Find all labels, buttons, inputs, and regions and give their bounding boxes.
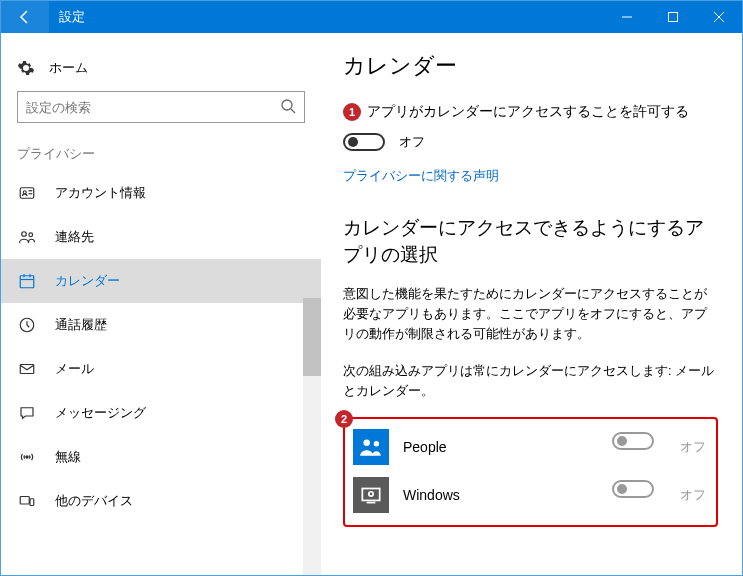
calendar-icon <box>17 271 37 291</box>
sidebar-item-messaging[interactable]: メッセージング <box>1 391 321 435</box>
svg-point-22 <box>369 492 373 496</box>
titlebar: 設定 <box>1 1 742 33</box>
app-toggle-state: オフ <box>680 486 708 504</box>
sidebar-item-account[interactable]: アカウント情報 <box>1 171 321 215</box>
svg-rect-1 <box>669 13 678 22</box>
mail-icon <box>17 359 37 379</box>
svg-rect-15 <box>20 365 34 374</box>
sidebar-item-email[interactable]: メール <box>1 347 321 391</box>
app-row-people: People オフ <box>353 423 708 471</box>
toggle-track <box>343 133 385 151</box>
svg-point-9 <box>29 233 33 237</box>
svg-rect-4 <box>20 188 34 199</box>
back-button[interactable] <box>1 1 49 33</box>
sidebar-section-label: プライバシー <box>1 137 321 171</box>
sidebar-item-label: カレンダー <box>55 272 120 290</box>
sidebar-item-label: 無線 <box>55 448 81 466</box>
devices-icon <box>17 491 37 511</box>
window-controls <box>604 1 742 33</box>
settings-window: 設定 ホーム プライバシー <box>0 0 743 576</box>
close-button[interactable] <box>696 1 742 33</box>
app-row-windows: Windows オフ <box>353 471 708 519</box>
allow-apps-heading: 1 アプリがカレンダーにアクセスすることを許可する <box>343 103 718 121</box>
app-toggle-windows[interactable] <box>612 480 668 498</box>
people-app-icon <box>353 429 389 465</box>
privacy-statement-link[interactable]: プライバシーに関する声明 <box>343 167 499 185</box>
app-toggle-state: オフ <box>680 438 708 456</box>
sidebar-item-callhistory[interactable]: 通話履歴 <box>1 303 321 347</box>
window-body: ホーム プライバシー アカウント情報 連絡先 カレンダー <box>1 33 742 575</box>
svg-point-19 <box>363 439 370 446</box>
svg-point-20 <box>374 441 379 446</box>
choose-apps-desc2: 次の組み込みアプリは常にカレンダーにアクセスします: メールとカレンダー。 <box>343 361 718 401</box>
sidebar-item-label: 通話履歴 <box>55 316 107 334</box>
svg-point-2 <box>282 100 292 110</box>
sidebar-item-label: メール <box>55 360 94 378</box>
sidebar-item-label: 連絡先 <box>55 228 94 246</box>
scrollbar-thumb[interactable] <box>303 298 321 376</box>
sidebar-item-label: アカウント情報 <box>55 184 146 202</box>
sidebar-item-label: 他のデバイス <box>55 492 133 510</box>
app-name: People <box>403 439 612 455</box>
content-pane: カレンダー 1 アプリがカレンダーにアクセスすることを許可する オフ プライバシ… <box>321 33 742 575</box>
contacts-icon <box>17 227 37 247</box>
history-icon <box>17 315 37 335</box>
search-icon <box>280 98 296 117</box>
search-field[interactable] <box>26 100 280 115</box>
svg-rect-17 <box>20 497 29 505</box>
app-name: Windows <box>403 487 612 503</box>
app-toggle-people[interactable] <box>612 432 668 450</box>
sidebar-item-otherdevices[interactable]: 他のデバイス <box>1 479 321 523</box>
maximize-button[interactable] <box>650 1 696 33</box>
master-toggle[interactable]: オフ <box>343 133 425 151</box>
window-title: 設定 <box>49 8 604 26</box>
sidebar-item-calendar[interactable]: カレンダー <box>1 259 321 303</box>
svg-point-5 <box>23 191 26 194</box>
account-icon <box>17 183 37 203</box>
master-toggle-label: オフ <box>399 133 425 151</box>
home-label: ホーム <box>49 59 88 77</box>
home-button[interactable]: ホーム <box>1 51 321 87</box>
sidebar-item-radios[interactable]: 無線 <box>1 435 321 479</box>
sidebar-item-contacts[interactable]: 連絡先 <box>1 215 321 259</box>
svg-rect-18 <box>30 499 34 506</box>
sidebar-item-label: メッセージング <box>55 404 146 422</box>
svg-point-16 <box>26 456 28 458</box>
search-input[interactable] <box>17 91 305 123</box>
allow-apps-text: アプリがカレンダーにアクセスすることを許可する <box>367 103 689 121</box>
gear-icon <box>17 59 35 77</box>
page-title: カレンダー <box>343 51 718 81</box>
message-icon <box>17 403 37 423</box>
annotation-badge-1: 1 <box>343 103 361 121</box>
minimize-button[interactable] <box>604 1 650 33</box>
choose-apps-heading: カレンダーにアクセスできるようにするアプリの選択 <box>343 215 718 268</box>
toggle-knob <box>348 137 358 147</box>
svg-rect-21 <box>362 488 379 500</box>
svg-rect-10 <box>20 276 34 288</box>
choose-apps-desc1: 意図した機能を果たすためにカレンダーにアクセスすることが必要なアプリもあります。… <box>343 284 718 344</box>
svg-point-8 <box>22 232 27 237</box>
annotation-badge-2: 2 <box>335 410 353 428</box>
apps-list-callout: 2 People オフ Windows <box>343 417 718 527</box>
windows-app-icon <box>353 477 389 513</box>
svg-line-3 <box>291 109 295 113</box>
radio-icon <box>17 447 37 467</box>
sidebar: ホーム プライバシー アカウント情報 連絡先 カレンダー <box>1 33 321 575</box>
